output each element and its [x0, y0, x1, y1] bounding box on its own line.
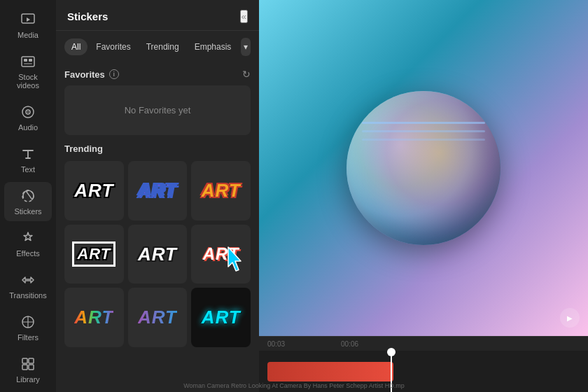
- no-favorites-text: No Favorites yet: [125, 105, 191, 115]
- svg-rect-2: [24, 59, 27, 62]
- timeline-ruler: 00:03 00:06: [259, 337, 588, 351]
- sticker-item-8[interactable]: ART: [128, 288, 188, 347]
- sidebar-item-stock-videos[interactable]: Stock videos: [4, 48, 52, 95]
- panel-title: Stickers: [67, 10, 108, 22]
- info-icon: i: [109, 69, 119, 79]
- media-icon: [20, 11, 36, 28]
- favorites-section-header: Favorites i ↻: [64, 69, 251, 80]
- filters-icon: [20, 314, 36, 330]
- tab-all[interactable]: All: [64, 38, 88, 55]
- sidebar-stock-label: Stock videos: [7, 73, 49, 90]
- sidebar-item-transitions[interactable]: Transitions: [4, 266, 52, 305]
- play-button[interactable]: ▶: [560, 308, 580, 328]
- sphere: [346, 91, 500, 245]
- svg-rect-1: [22, 57, 34, 66]
- sticker-art-3: ART: [202, 180, 241, 202]
- trending-label: Trending: [64, 144, 251, 154]
- library-icon: [20, 356, 36, 372]
- sidebar-transitions-label: Transitions: [9, 291, 46, 300]
- sticker-art-6: ART: [203, 244, 239, 264]
- stickers-panel: Stickers « All Favorites Trending Emphas…: [56, 0, 259, 392]
- sticker-item-9[interactable]: ART: [191, 288, 251, 347]
- preview-area: ▶: [259, 0, 588, 336]
- sidebar-item-effects[interactable]: Effects: [4, 224, 52, 263]
- svg-rect-4: [24, 63, 32, 64]
- svg-rect-10: [22, 358, 27, 363]
- svg-point-7: [27, 111, 29, 113]
- svg-rect-3: [29, 59, 32, 62]
- main-area: ▶ 00:03 00:06 Woman Camera Retro Looking…: [259, 0, 588, 392]
- tabs-row: All Favorites Trending Emphasis ▾: [56, 31, 259, 62]
- preview-background: [259, 0, 588, 336]
- timestamp-1: 00:03: [267, 340, 285, 348]
- sticker-item-7[interactable]: ART: [64, 288, 124, 347]
- sidebar: Media Stock videos Audio T: [0, 0, 56, 392]
- favorites-title: Favorites i: [64, 69, 119, 80]
- sidebar-item-text[interactable]: Text: [4, 140, 52, 179]
- svg-rect-12: [22, 365, 27, 370]
- effects-icon: [20, 230, 36, 246]
- stock-videos-icon: [20, 53, 36, 70]
- chevron-down-icon: ▾: [244, 42, 248, 52]
- svg-rect-11: [29, 358, 34, 363]
- video-label: Woman Camera Retro Looking At Camera By …: [259, 382, 588, 389]
- sticker-item-4[interactable]: ART: [64, 225, 124, 284]
- refresh-button[interactable]: ↻: [242, 69, 251, 80]
- sphere-container: [346, 91, 500, 245]
- sidebar-audio-label: Audio: [18, 123, 38, 132]
- sidebar-text-label: Text: [21, 165, 35, 174]
- sidebar-filters-label: Filters: [18, 333, 38, 342]
- panel-content: Favorites i ↻ No Favorites yet Trending …: [56, 62, 259, 392]
- no-favorites-box: No Favorites yet: [64, 85, 251, 135]
- text-icon: [20, 146, 36, 162]
- svg-rect-13: [29, 365, 34, 370]
- sticker-art-4: ART: [72, 241, 115, 267]
- sticker-art-8: ART: [138, 307, 177, 328]
- panel-header: Stickers «: [56, 0, 259, 31]
- sticker-item-5[interactable]: ART: [128, 225, 188, 284]
- play-icon: ▶: [567, 314, 573, 322]
- sticker-item-3[interactable]: ART: [191, 161, 251, 220]
- audio-icon: [20, 104, 36, 120]
- tab-trending[interactable]: Trending: [139, 38, 186, 55]
- sticker-item-1[interactable]: ART: [64, 161, 124, 220]
- sticker-art-9: ART: [197, 305, 245, 330]
- sidebar-item-media[interactable]: Media: [4, 6, 52, 45]
- sticker-art-5: ART: [138, 244, 177, 265]
- sticker-art-1: ART: [74, 180, 113, 202]
- sidebar-item-audio[interactable]: Audio: [4, 98, 52, 137]
- sphere-gradient: [346, 91, 500, 245]
- timeline-area: 00:03 00:06 Woman Camera Retro Looking A…: [259, 336, 588, 392]
- sticker-item-6[interactable]: ART: [191, 225, 251, 284]
- sticker-item-2[interactable]: ART: [128, 161, 188, 220]
- sidebar-item-stickers[interactable]: Stickers: [4, 182, 52, 221]
- stickers-grid: ART ART ART ART ART ART: [64, 161, 251, 347]
- timeline-bar: [267, 362, 393, 382]
- panel-collapse-button[interactable]: «: [240, 10, 248, 23]
- tab-favorites[interactable]: Favorites: [89, 38, 137, 55]
- stickers-icon: [20, 188, 36, 204]
- tab-emphasis[interactable]: Emphasis: [188, 38, 239, 55]
- sticker-art-7: ART: [74, 307, 113, 328]
- sidebar-item-filters[interactable]: Filters: [4, 308, 52, 347]
- sidebar-effects-label: Effects: [16, 249, 39, 258]
- timestamp-2: 00:06: [341, 340, 358, 348]
- tabs-dropdown-button[interactable]: ▾: [241, 38, 251, 56]
- transitions-icon: [20, 272, 36, 288]
- sticker-art-2: ART: [138, 180, 177, 202]
- sidebar-media-label: Media: [18, 31, 38, 39]
- sidebar-stickers-label: Stickers: [14, 207, 41, 216]
